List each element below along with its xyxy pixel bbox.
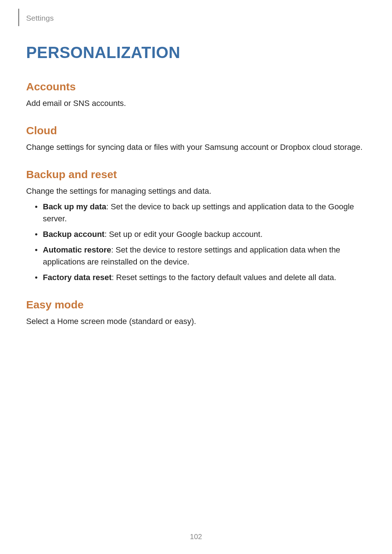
list-item: Automatic restore: Set the device to res… [36, 244, 366, 268]
section-body-backup: Change the settings for managing setting… [26, 185, 366, 197]
section-body-accounts: Add email or SNS accounts. [26, 97, 366, 109]
section-accounts: Accounts Add email or SNS accounts. [26, 81, 366, 109]
section-body-easymode: Select a Home screen mode (standard or e… [26, 315, 366, 327]
page-number: 102 [0, 533, 392, 541]
list-item: Factory data reset: Reset settings to th… [36, 271, 366, 283]
list-item: Backup account: Set up or edit your Goog… [36, 228, 366, 240]
section-body-cloud: Change settings for syncing data or file… [26, 141, 366, 153]
list-item: Back up my data: Set the device to back … [36, 201, 366, 225]
section-easymode: Easy mode Select a Home screen mode (sta… [26, 299, 366, 327]
list-item-bold: Back up my data [43, 202, 106, 211]
section-heading-accounts: Accounts [26, 81, 366, 93]
breadcrumb-divider [18, 9, 19, 26]
list-item-bold: Factory data reset [43, 273, 112, 282]
page-title: PERSONALIZATION [26, 44, 366, 62]
section-backup: Backup and reset Change the settings for… [26, 168, 366, 283]
backup-list: Back up my data: Set the device to back … [26, 201, 366, 283]
section-heading-easymode: Easy mode [26, 299, 366, 311]
list-item-text: : Reset settings to the factory default … [112, 273, 336, 282]
list-item-bold: Backup account [43, 230, 105, 239]
list-item-text: : Set up or edit your Google backup acco… [105, 230, 262, 239]
section-heading-backup: Backup and reset [26, 168, 366, 181]
breadcrumb-text: Settings [26, 14, 54, 22]
breadcrumb: Settings [26, 14, 366, 22]
section-heading-cloud: Cloud [26, 124, 366, 137]
list-item-bold: Automatic restore [43, 245, 111, 254]
section-cloud: Cloud Change settings for syncing data o… [26, 124, 366, 153]
